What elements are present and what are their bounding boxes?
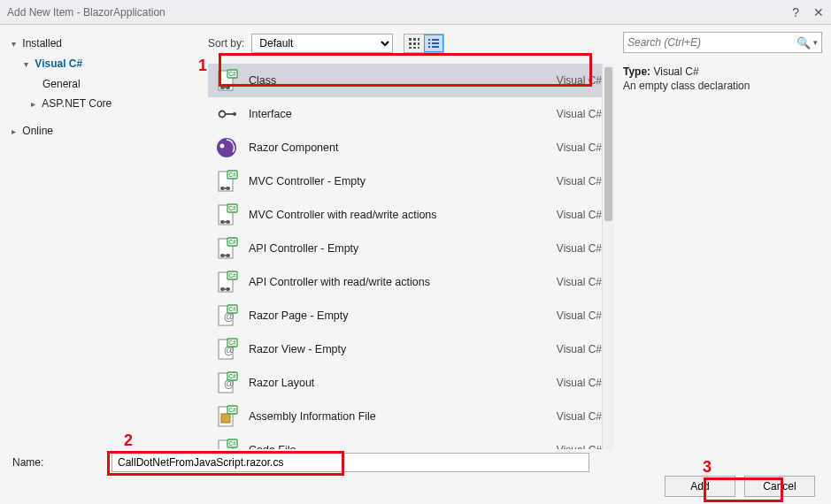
svg-rect-13	[428, 46, 430, 48]
name-input[interactable]	[112, 453, 589, 472]
svg-rect-14	[432, 46, 439, 48]
template-row[interactable]: InterfaceVisual C#	[208, 97, 611, 131]
template-language: Visual C#	[557, 108, 602, 120]
chevron-down-icon[interactable]: ▾	[813, 38, 818, 47]
close-icon[interactable]: ✕	[813, 5, 824, 19]
help-icon[interactable]: ?	[792, 5, 799, 19]
template-language: Visual C#	[557, 377, 602, 389]
template-language: Visual C#	[557, 444, 602, 449]
template-row[interactable]: Razor View - EmptyVisual C#	[208, 332, 611, 366]
template-language: Visual C#	[557, 242, 602, 255]
window-title: Add New Item - BlazorApplication	[7, 6, 165, 19]
tree-node-installed[interactable]: Installed	[9, 34, 197, 54]
template-name: Assembly Information File	[249, 410, 546, 423]
razor-page-icon	[215, 338, 238, 361]
tree-node-online[interactable]: Online	[9, 121, 197, 141]
template-name: Interface	[249, 108, 546, 120]
template-row[interactable]: ClassVisual C#	[208, 64, 611, 97]
view-list-button[interactable]	[424, 34, 443, 52]
cs-file-icon	[215, 203, 238, 226]
svg-rect-0	[409, 38, 412, 41]
template-name: Razor Page - Empty	[249, 309, 546, 322]
details-pane: 🔍 ▾ Type: Visual C# An empty class decla…	[614, 25, 831, 449]
razor-comp-icon	[215, 136, 238, 159]
template-name: Razor View - Empty	[249, 343, 546, 355]
razor-page-icon	[215, 304, 238, 327]
svg-rect-4	[413, 42, 416, 45]
asm-file-icon	[215, 405, 238, 428]
sort-toolbar: Sort by: Default	[208, 32, 614, 55]
template-language: Visual C#	[557, 175, 602, 187]
scrollbar-thumb[interactable]	[604, 67, 612, 221]
template-language: Visual C#	[557, 141, 602, 154]
name-row: Name:	[0, 449, 831, 476]
template-row[interactable]: API Controller with read/write actionsVi…	[208, 265, 611, 299]
window-titlebar: Add New Item - BlazorApplication ? ✕	[0, 0, 831, 25]
tree-node-aspnet-core[interactable]: ASP.NET Core	[9, 94, 197, 114]
template-row[interactable]: MVC Controller - EmptyVisual C#	[208, 164, 611, 198]
template-row[interactable]: Code FileVisual C#	[208, 433, 611, 449]
template-name: MVC Controller - Empty	[249, 175, 546, 187]
name-label: Name:	[12, 456, 101, 469]
template-language: Visual C#	[557, 276, 602, 288]
template-name: Class	[249, 74, 546, 87]
template-name: MVC Controller with read/write actions	[249, 209, 546, 221]
svg-rect-2	[418, 38, 419, 41]
template-list[interactable]: ClassVisual C#InterfaceVisual C#Razor Co…	[208, 64, 614, 449]
template-row[interactable]: Assembly Information FileVisual C#	[208, 400, 611, 433]
template-row[interactable]: MVC Controller with read/write actionsVi…	[208, 198, 611, 232]
template-language: Visual C#	[557, 410, 602, 423]
type-line: Type: Visual C#	[623, 65, 822, 78]
template-name: Razor Component	[249, 141, 546, 154]
template-row[interactable]: Razor LayoutVisual C#	[208, 366, 611, 400]
template-language: Visual C#	[557, 209, 602, 221]
cs-file-icon	[215, 439, 238, 449]
svg-rect-7	[413, 47, 416, 49]
cancel-button[interactable]: Cancel	[744, 476, 815, 497]
template-row[interactable]: API Controller - EmptyVisual C#	[208, 232, 611, 265]
search-icon[interactable]: 🔍	[796, 36, 811, 50]
template-name: API Controller - Empty	[249, 242, 546, 255]
dialog-buttons: Add Cancel	[665, 476, 815, 497]
svg-rect-1	[413, 38, 416, 41]
view-grid-button[interactable]	[404, 34, 424, 52]
cs-file-icon	[215, 237, 238, 260]
scrollbar[interactable]	[602, 64, 614, 449]
template-language: Visual C#	[557, 74, 602, 87]
svg-rect-8	[418, 47, 419, 49]
add-button[interactable]: Add	[665, 476, 735, 497]
cs-file-icon	[215, 170, 238, 193]
template-name: API Controller with read/write actions	[249, 276, 546, 288]
tree-node-visual-csharp[interactable]: Visual C#	[9, 54, 197, 74]
template-name: Razor Layout	[249, 377, 546, 389]
template-language: Visual C#	[557, 343, 602, 355]
svg-rect-10	[432, 39, 439, 41]
search-input[interactable]	[627, 36, 796, 49]
search-box[interactable]: 🔍 ▾	[623, 32, 822, 53]
template-row[interactable]: Razor Page - EmptyVisual C#	[208, 299, 611, 332]
view-mode-group	[404, 34, 444, 53]
svg-rect-3	[409, 42, 412, 45]
svg-rect-9	[428, 39, 430, 41]
chevron-down-icon[interactable]	[21, 55, 30, 74]
sort-by-select[interactable]: Default	[251, 34, 393, 53]
svg-rect-12	[432, 42, 439, 44]
chevron-right-icon[interactable]	[28, 95, 37, 114]
interface-icon	[215, 103, 238, 126]
cs-file-icon	[215, 69, 238, 92]
svg-rect-11	[428, 42, 430, 44]
chevron-down-icon[interactable]	[9, 34, 18, 54]
template-row[interactable]: Razor ComponentVisual C#	[208, 131, 611, 164]
template-name: Code File	[249, 444, 546, 449]
template-description: An empty class declaration	[623, 80, 822, 92]
cs-file-icon	[215, 271, 238, 294]
svg-rect-6	[409, 47, 412, 49]
tree-node-general[interactable]: General	[9, 74, 197, 94]
chevron-right-icon[interactable]	[9, 122, 18, 141]
razor-page-icon	[215, 371, 238, 394]
template-language: Visual C#	[557, 309, 602, 322]
svg-rect-5	[418, 42, 419, 45]
sort-by-label: Sort by:	[208, 37, 244, 50]
category-tree: Installed Visual C# General ASP.NET Core…	[0, 25, 208, 449]
